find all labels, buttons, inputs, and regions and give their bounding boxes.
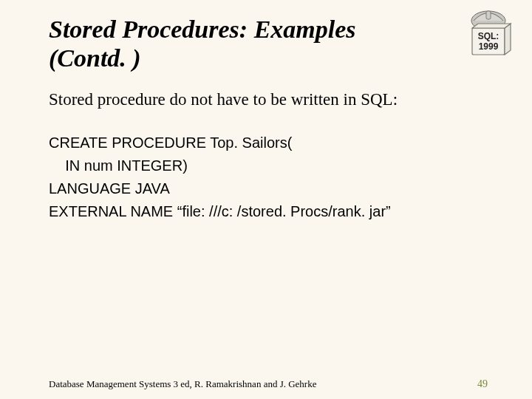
logo-text-top: SQL: [478,31,499,41]
sql-1999-logo: SQL: 1999 [461,9,516,64]
code-line-1: CREATE PROCEDURE Top. Sailors( [49,132,488,154]
svg-rect-1 [486,11,491,19]
svg-marker-3 [505,24,511,55]
slide-title: Stored Procedures: Examples (Contd. ) [49,15,488,72]
footer-text: Database Management Systems 3 ed, R. Ram… [49,378,316,390]
intro-text: Stored procedure do not have to be writt… [49,90,488,109]
logo-text-bottom: 1999 [479,41,499,52]
code-line-3: LANGUAGE JAVA [49,177,488,200]
slide: SQL: 1999 Stored Procedures: Examples (C… [0,0,532,399]
page-number: 49 [477,378,488,390]
svg-marker-4 [472,24,511,28]
code-line-2: IN num INTEGER) [49,154,488,177]
code-block: CREATE PROCEDURE Top. Sailors( IN num IN… [49,132,488,223]
footer: Database Management Systems 3 ed, R. Ram… [49,378,488,390]
code-line-4: EXTERNAL NAME “file: ///c: /stored. Proc… [49,200,488,223]
